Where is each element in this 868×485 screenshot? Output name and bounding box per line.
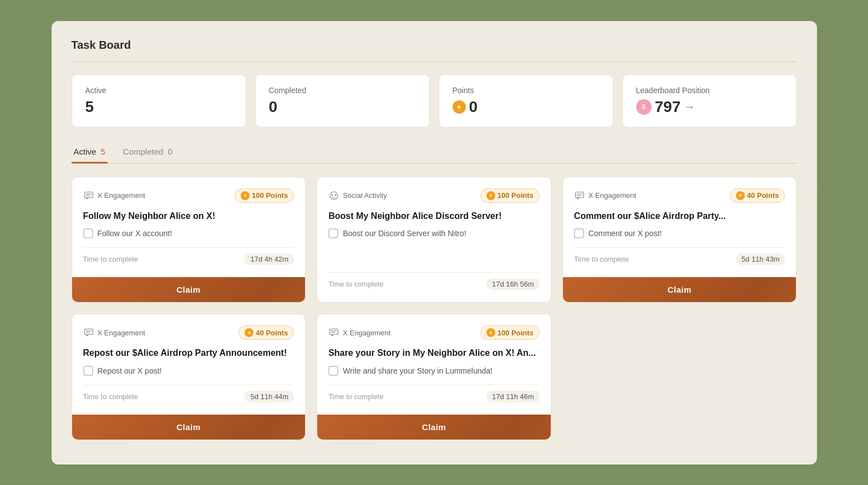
task-5-type-label: X Engagement — [343, 329, 390, 337]
task-3-header: X Engagement + 40 Points — [574, 188, 785, 203]
task-1-title: Follow My Neighbor Alice on X! — [83, 211, 295, 222]
task-1-checkbox-icon — [83, 228, 93, 238]
task-2-type-label: Social Activity — [343, 191, 387, 200]
task-3-title: Comment our $Alice Airdrop Party... — [574, 211, 785, 222]
task-4-desc: Repost our X post! — [83, 366, 295, 376]
tabs-row: Active 5 Completed 0 — [72, 141, 797, 164]
task-1-desc: Follow our X account! — [83, 228, 295, 238]
stat-card-leaderboard: Leaderboard Position 0 797 → — [622, 74, 797, 127]
tab-active[interactable]: Active 5 — [72, 141, 108, 164]
completed-value: 0 — [269, 98, 416, 116]
active-value: 5 — [85, 98, 232, 116]
task-1-points-icon: + — [241, 191, 250, 200]
page-title: Task Board — [72, 39, 797, 52]
task-3-points-label: 40 Points — [747, 191, 779, 200]
task-5-points-label: 100 Points — [498, 329, 534, 337]
task-2-desc: Boost our Discord Server with Nitro! — [328, 228, 540, 238]
leaderboard-badge: 0 — [636, 99, 652, 115]
stat-card-active: Active 5 — [72, 74, 246, 127]
task-card-5: X Engagement + 100 Points Share your Sto… — [317, 314, 551, 440]
task-5-claim-button[interactable]: Claim — [317, 415, 551, 440]
task-5-title: Share your Story in My Neighbor Alice on… — [328, 348, 540, 359]
svg-point-5 — [335, 194, 337, 196]
points-value: + 0 — [453, 98, 600, 116]
chat-icon-3 — [574, 190, 585, 201]
svg-rect-6 — [575, 192, 583, 197]
task-4-desc-text: Repost our X post! — [98, 366, 162, 375]
task-card-2: Social Activity + 100 Points Boost My Ne… — [317, 177, 551, 303]
task-5-type: X Engagement — [328, 327, 390, 338]
stats-row: Active 5 Completed 0 Points + 0 Leaderbo… — [72, 74, 797, 127]
task-5-desc-text: Write and share your Story in Lummelunda… — [343, 366, 493, 375]
task-1-type: X Engagement — [83, 190, 145, 201]
task-1-points-label: 100 Points — [252, 191, 288, 200]
tasks-grid: X Engagement + 100 Points Follow My Neig… — [72, 177, 797, 441]
task-1-claim-button[interactable]: Claim — [72, 277, 306, 302]
task-1-desc-text: Follow our X account! — [98, 229, 172, 238]
task-4-type-label: X Engagement — [98, 329, 145, 337]
svg-rect-0 — [84, 192, 93, 197]
task-card-4: X Engagement + 40 Points Repost our $Ali… — [72, 314, 306, 440]
task-4-points-badge: + 40 Points — [238, 325, 294, 340]
stat-card-points: Points + 0 — [439, 74, 613, 127]
task-3-time-label: Time to complete — [574, 255, 629, 263]
active-label: Active — [85, 86, 232, 95]
task-4-time-value: 5d 11h 44m — [245, 391, 294, 402]
task-5-checkbox-icon — [328, 366, 338, 376]
leaderboard-value: 0 797 → — [636, 98, 783, 116]
svg-point-3 — [330, 192, 338, 200]
task-2-desc-text: Boost our Discord Server with Nitro! — [343, 229, 466, 238]
task-5-time-label: Time to complete — [328, 392, 383, 401]
svg-point-4 — [332, 194, 333, 196]
task-5-desc: Write and share your Story in Lummelunda… — [328, 366, 540, 376]
task-2-time-value: 17d 16h 56m — [486, 278, 540, 290]
points-label: Points — [453, 86, 600, 95]
task-3-type-label: X Engagement — [588, 191, 636, 200]
chat-icon-5 — [328, 327, 339, 338]
task-1-time-value: 17d 4h 42m — [245, 253, 294, 265]
social-icon — [328, 190, 339, 201]
task-1-header: X Engagement + 100 Points — [83, 188, 295, 203]
task-2-points-label: 100 Points — [498, 191, 534, 200]
svg-rect-12 — [330, 329, 338, 335]
task-3-footer: Time to complete 5d 11h 43m — [574, 247, 785, 270]
tab-completed[interactable]: Completed 0 — [121, 141, 175, 164]
task-3-points-badge: + 40 Points — [730, 188, 785, 203]
task-2-type: Social Activity — [328, 190, 387, 201]
task-4-claim-button[interactable]: Claim — [72, 415, 306, 440]
task-1-points-badge: + 100 Points — [235, 188, 294, 203]
task-3-desc: Comment our X post! — [574, 228, 785, 238]
task-3-points-icon: + — [736, 191, 745, 200]
task-2-header: Social Activity + 100 Points — [328, 188, 540, 203]
task-4-points-icon: + — [245, 328, 253, 337]
task-card-1: X Engagement + 100 Points Follow My Neig… — [72, 177, 306, 303]
task-2-points-icon: + — [486, 191, 495, 200]
completed-label: Completed — [269, 86, 416, 95]
task-3-desc-text: Comment our X post! — [588, 229, 662, 238]
task-3-type: X Engagement — [574, 190, 636, 201]
tab-completed-count: 0 — [168, 147, 172, 156]
points-icon: + — [453, 100, 466, 114]
svg-rect-9 — [84, 329, 93, 335]
divider — [72, 62, 797, 62]
task-card-3: X Engagement + 40 Points Comment our $Al… — [562, 177, 797, 303]
chat-icon — [83, 190, 94, 201]
task-1-time-label: Time to complete — [83, 255, 138, 263]
task-3-claim-button[interactable]: Claim — [563, 277, 796, 302]
task-5-header: X Engagement + 100 Points — [328, 325, 540, 340]
task-3-time-value: 5d 11h 43m — [736, 253, 785, 265]
task-5-time-value: 17d 11h 46m — [486, 391, 540, 402]
leaderboard-label: Leaderboard Position — [636, 86, 783, 95]
task-4-footer: Time to complete 5d 11h 44m — [83, 385, 295, 408]
stat-card-completed: Completed 0 — [255, 74, 430, 127]
task-4-checkbox-icon — [83, 366, 93, 376]
task-2-points-badge: + 100 Points — [480, 188, 540, 203]
task-4-time-label: Time to complete — [83, 392, 138, 401]
tab-active-count: 5 — [101, 147, 105, 156]
task-1-footer: Time to complete 17d 4h 42m — [83, 247, 295, 270]
task-5-footer: Time to complete 17d 11h 46m — [328, 385, 540, 408]
task-4-points-label: 40 Points — [256, 329, 288, 337]
task-4-header: X Engagement + 40 Points — [83, 325, 295, 340]
task-4-type: X Engagement — [83, 327, 145, 338]
main-container: Task Board Active 5 Completed 0 Points +… — [52, 21, 817, 464]
